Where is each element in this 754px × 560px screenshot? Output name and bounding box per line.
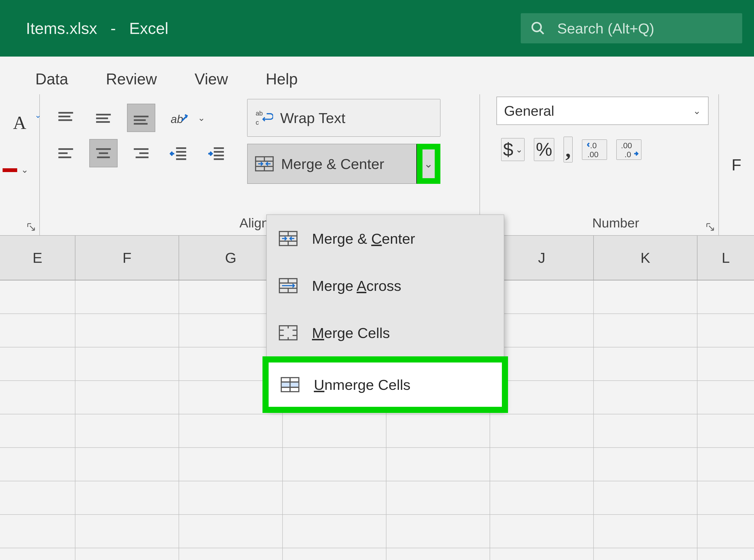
cell[interactable] (179, 515, 283, 548)
number-group-label: Number (496, 215, 735, 231)
cell[interactable] (75, 548, 179, 560)
cell[interactable] (179, 481, 283, 514)
cell[interactable] (697, 448, 754, 481)
increase-indent-button[interactable] (202, 139, 231, 167)
align-bottom-button[interactable] (127, 104, 155, 132)
menu-item-merge-across[interactable]: Merge Across (267, 262, 504, 309)
font-size-button[interactable]: A⌄ (5, 108, 34, 137)
cell[interactable] (283, 481, 386, 514)
cell[interactable] (697, 515, 754, 548)
cell[interactable] (594, 414, 697, 447)
tab-review[interactable]: Review (106, 70, 157, 88)
cell[interactable] (75, 414, 179, 447)
align-left-button[interactable] (52, 139, 80, 167)
merge-center-dropdown[interactable]: ⌄ (417, 144, 441, 184)
cell[interactable] (594, 481, 697, 514)
cell[interactable] (0, 448, 75, 481)
cell[interactable] (594, 314, 697, 347)
cell[interactable] (0, 314, 75, 347)
tab-view[interactable]: View (195, 70, 228, 88)
cell[interactable] (0, 280, 75, 314)
svg-point-0 (532, 23, 541, 31)
percent-format-button[interactable]: % (534, 138, 554, 161)
cell[interactable] (490, 515, 594, 548)
font-color-button[interactable]: ⌄ (5, 156, 34, 184)
column-header-e[interactable]: E (0, 236, 75, 280)
menu-item-unmerge-cells[interactable]: Unmerge Cells (263, 356, 508, 413)
cell[interactable] (283, 414, 386, 447)
cell[interactable] (594, 515, 697, 548)
cell[interactable] (386, 515, 490, 548)
svg-rect-62 (290, 382, 299, 387)
cell[interactable] (283, 515, 386, 548)
cell[interactable] (283, 448, 386, 481)
currency-symbol: $ (503, 139, 513, 160)
merge-center-button[interactable]: Merge & Center (247, 144, 417, 184)
cell[interactable] (490, 414, 594, 447)
align-center-button[interactable] (89, 139, 118, 167)
cell[interactable] (179, 414, 283, 447)
search-box[interactable]: Search (Alt+Q) (521, 13, 742, 43)
svg-rect-61 (282, 382, 290, 387)
align-top-button[interactable] (52, 104, 80, 132)
cell[interactable] (283, 548, 386, 560)
cell[interactable] (75, 481, 179, 514)
cell[interactable] (490, 314, 594, 347)
column-header-j[interactable]: J (490, 236, 594, 280)
number-format-select[interactable]: General ⌄ (496, 97, 709, 125)
cell[interactable] (0, 414, 75, 447)
column-header-f[interactable]: F (75, 236, 179, 280)
cell[interactable] (697, 548, 754, 560)
column-header-k[interactable]: K (594, 236, 697, 280)
increase-decimal-button[interactable]: .0 .00 (582, 140, 607, 160)
cell[interactable] (0, 548, 75, 560)
decrease-decimal-button[interactable]: .00 .0 (616, 140, 641, 160)
cell[interactable] (386, 448, 490, 481)
dialog-launcher-icon[interactable] (706, 222, 715, 232)
align-right-button[interactable] (127, 139, 155, 167)
accounting-format-button[interactable]: $ ⌄ (501, 138, 525, 161)
cell[interactable] (594, 280, 697, 314)
cell[interactable] (490, 280, 594, 314)
cell[interactable] (697, 414, 754, 447)
cell[interactable] (75, 314, 179, 347)
orientation-button[interactable]: ab (165, 104, 193, 132)
cell[interactable] (490, 481, 594, 514)
cell[interactable] (75, 280, 179, 314)
cell[interactable] (594, 381, 697, 414)
cell[interactable] (594, 347, 697, 380)
cell[interactable] (697, 381, 754, 414)
cell[interactable] (0, 347, 75, 380)
merge-across-icon (279, 277, 298, 294)
cell[interactable] (594, 548, 697, 560)
cell[interactable] (0, 481, 75, 514)
cell[interactable] (75, 347, 179, 380)
comma-style-button[interactable]: , (564, 137, 573, 162)
cell[interactable] (179, 448, 283, 481)
cell[interactable] (75, 448, 179, 481)
tab-data[interactable]: Data (35, 70, 68, 88)
decrease-indent-button[interactable] (165, 139, 193, 167)
cell[interactable] (697, 481, 754, 514)
cell[interactable] (697, 314, 754, 347)
dialog-launcher-icon[interactable] (27, 222, 36, 232)
cell[interactable] (75, 381, 179, 414)
cell[interactable] (386, 548, 490, 560)
cell[interactable] (386, 481, 490, 514)
cell[interactable] (490, 448, 594, 481)
cell[interactable] (594, 448, 697, 481)
tab-help[interactable]: Help (266, 70, 298, 88)
cell[interactable] (75, 515, 179, 548)
column-header-l[interactable]: L (697, 236, 754, 280)
menu-item-merge-center[interactable]: Merge & Center (267, 215, 504, 262)
wrap-text-button[interactable]: ab c Wrap Text (247, 99, 441, 137)
cell[interactable] (490, 548, 594, 560)
cell[interactable] (0, 381, 75, 414)
cell[interactable] (697, 280, 754, 314)
align-middle-button[interactable] (89, 104, 118, 132)
cell[interactable] (0, 515, 75, 548)
cell[interactable] (179, 548, 283, 560)
cell[interactable] (697, 347, 754, 380)
menu-item-merge-cells[interactable]: Merge Cells (267, 309, 504, 356)
cell[interactable] (386, 414, 490, 447)
